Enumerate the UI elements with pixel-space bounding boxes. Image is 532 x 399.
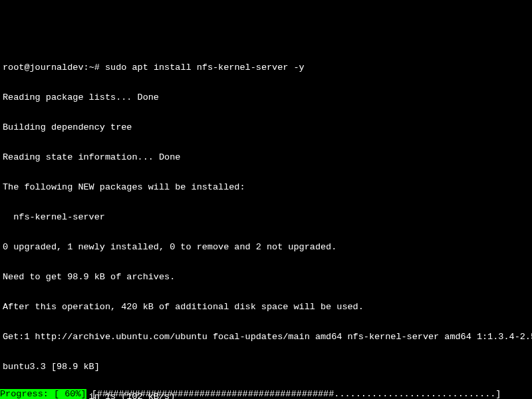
output-line: Need to get 98.9 kB of archives. xyxy=(3,272,529,282)
prompt-user-host: root@journaldev xyxy=(3,63,84,72)
prompt-path: ~ xyxy=(89,63,94,72)
prompt-symbol: # xyxy=(94,63,100,72)
progress-fill: ########################################… xyxy=(97,389,334,399)
output-line: Reading package lists... Done xyxy=(3,92,529,102)
output-line: Reading state information... Done xyxy=(3,152,529,162)
progress-close xyxy=(501,389,506,399)
command-text: sudo apt install nfs-kernel-server -y xyxy=(105,63,305,72)
terminal-output: root@journaldev:~# sudo apt install nfs-… xyxy=(0,40,532,399)
prompt-sep: : xyxy=(84,63,89,72)
output-line: Get:1 http://archive.ubuntu.com/ubuntu f… xyxy=(3,332,529,342)
progress-open: [ xyxy=(86,389,97,399)
progress-bar: Progress: [ 60%] [######################… xyxy=(0,388,532,399)
output-line: 0 upgraded, 1 newly installed, 0 to remo… xyxy=(3,242,529,252)
output-line: buntu3.3 [98.9 kB] xyxy=(3,362,529,372)
output-line: The following NEW packages will be insta… xyxy=(3,182,529,192)
output-line: After this operation, 420 kB of addition… xyxy=(3,302,529,312)
output-line: nfs-kernel-server xyxy=(3,212,529,222)
progress-percent: Progress: [ 60%] xyxy=(0,389,86,399)
prompt-space xyxy=(100,63,105,72)
prompt-line: root@journaldev:~# sudo apt install nfs-… xyxy=(3,63,529,72)
progress-remaining: ..............................] xyxy=(334,389,501,399)
output-line: Building dependency tree xyxy=(3,122,529,132)
